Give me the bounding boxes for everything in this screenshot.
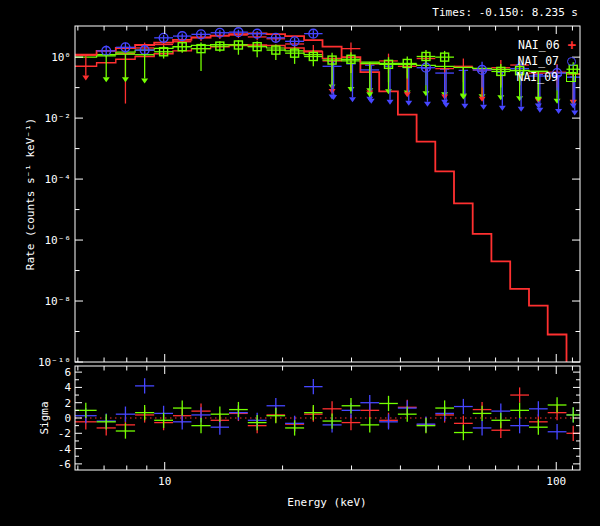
- square-marker-icon: [566, 72, 576, 82]
- svg-text:10⁻⁴: 10⁻⁴: [45, 173, 72, 186]
- svg-text:-6: -6: [58, 458, 71, 471]
- count-spectrum-panel: [75, 33, 580, 363]
- legend-item-nai09: NAI_09: [516, 70, 576, 84]
- svg-text:10⁻⁸: 10⁻⁸: [45, 295, 72, 308]
- svg-text:4: 4: [64, 381, 71, 394]
- svg-text:10⁻⁶: 10⁻⁶: [45, 234, 72, 247]
- residuals-panel: [75, 378, 580, 441]
- spectrum-chart: 10⁰10⁻²10⁻⁴10⁻⁶10⁻⁸10⁻¹⁰6420-2-4-610100: [0, 0, 600, 526]
- svg-text:100: 100: [546, 475, 566, 488]
- svg-text:10: 10: [158, 475, 171, 488]
- svg-text:6: 6: [64, 366, 71, 379]
- svg-text:-4: -4: [58, 443, 72, 456]
- svg-text:-2: -2: [58, 427, 71, 440]
- legend: NAI_06 + NAI_07 NAI_09: [516, 38, 576, 84]
- svg-text:2: 2: [64, 397, 71, 410]
- legend-label-nai06: NAI_06: [518, 38, 560, 52]
- legend-label-nai09: NAI_09: [516, 70, 558, 84]
- times-interval-label: Times: -0.150: 8.235 s: [432, 7, 578, 18]
- legend-item-nai07: NAI_07: [517, 54, 576, 68]
- sigma-axis-label: Sigma: [39, 401, 50, 434]
- plus-marker-icon: +: [568, 40, 576, 50]
- series-nai_09: [97, 40, 580, 102]
- legend-item-nai06: NAI_06 +: [518, 38, 576, 52]
- legend-label-nai07: NAI_07: [517, 54, 559, 68]
- rate-axis-label: Rate (counts s⁻¹ keV⁻¹): [25, 118, 36, 270]
- rmfit-spectral-plot-window: 10⁰10⁻²10⁻⁴10⁻⁶10⁻⁸10⁻¹⁰6420-2-4-610100 …: [0, 0, 600, 526]
- svg-text:10⁰: 10⁰: [51, 51, 71, 64]
- circle-marker-icon: [567, 57, 576, 66]
- svg-text:10⁻²: 10⁻²: [45, 112, 72, 125]
- energy-axis-label: Energy (keV): [287, 497, 366, 508]
- svg-text:0: 0: [64, 412, 71, 425]
